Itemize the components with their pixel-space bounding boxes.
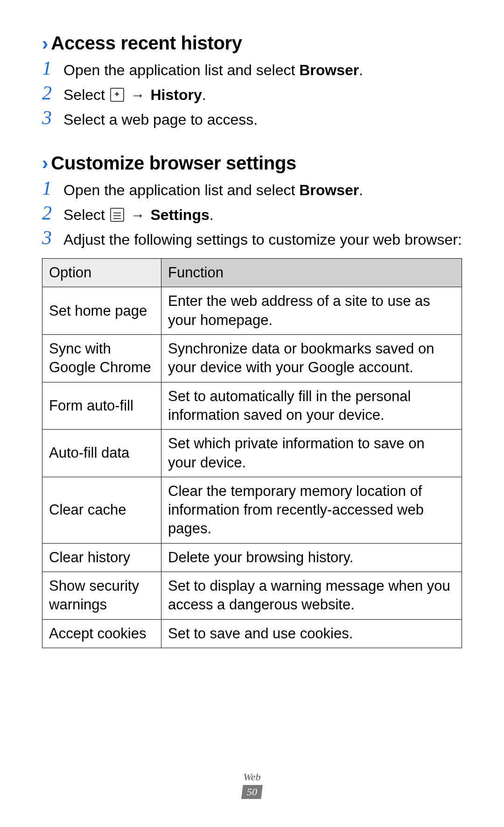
table-row: Set home pageEnter the web address of a … [42,287,462,335]
heading-text: Access recent history [51,33,242,54]
step-bold: Browser [299,62,359,78]
step-body: Adjust the following settings to customi… [63,227,462,250]
settings-table: Option Function Set home pageEnter the w… [42,258,462,648]
step-text: Select a web page to access. [63,111,258,128]
step-bold: History [151,86,202,103]
table-header-row: Option Function [42,259,462,287]
section-heading-history: › Access recent history [42,33,462,54]
step-bold: Settings [151,206,210,223]
cell-function: Set to display a warning message when yo… [161,572,462,619]
section-heading-customize: › Customize browser settings [42,153,462,174]
cell-function: Enter the web address of a site to use a… [161,287,462,335]
table-row: Sync with Google ChromeSynchronize data … [42,335,462,382]
table-row: Auto-fill dataSet which private informat… [42,430,462,477]
step-text: . [359,62,363,78]
step-text: Adjust the following settings to customi… [63,231,462,248]
chevron-icon: › [42,34,48,53]
cell-function: Set to save and use cookies. [161,619,462,648]
footer-section-label: Web [0,771,504,783]
step-body: Open the application list and select Bro… [63,177,363,200]
col-function: Function [161,259,462,287]
step-text: Select [63,86,109,103]
step-text: . [210,206,214,223]
step-row: 2 Select → Settings. [42,202,462,225]
arrow-icon: → [127,207,149,223]
manual-page: › Access recent history 1 Open the appli… [0,0,504,648]
page-number: 50 [241,785,263,799]
bookmark-icon [110,88,124,102]
cell-function: Clear the temporary memory location of i… [161,477,462,543]
step-text: Select [63,206,109,223]
step-number: 2 [42,202,63,224]
step-bold: Browser [299,182,359,198]
cell-function: Set to automatically fill in the persona… [161,382,462,430]
cell-option: Auto-fill data [42,430,161,477]
cell-function: Delete your browsing history. [161,543,462,572]
col-option: Option [42,259,161,287]
step-number: 1 [42,57,63,79]
step-text: Open the application list and select [63,62,299,78]
step-body: Select a web page to access. [63,107,258,130]
cell-function: Set which private information to save on… [161,430,462,477]
arrow-icon: → [127,87,149,103]
cell-option: Sync with Google Chrome [42,335,161,382]
step-row: 1 Open the application list and select B… [42,177,462,200]
step-number: 3 [42,227,63,248]
chevron-icon: › [42,154,48,172]
step-text: Open the application list and select [63,182,299,198]
cell-option: Set home page [42,287,161,335]
step-text: . [359,182,363,198]
table-row: Show security warningsSet to display a w… [42,572,462,619]
step-row: 2 Select → History. [42,82,462,105]
table-row: Accept cookiesSet to save and use cookie… [42,619,462,648]
step-body: Open the application list and select Bro… [63,57,363,80]
step-row: 3 Select a web page to access. [42,107,462,130]
step-number: 2 [42,82,63,104]
step-body: Select → Settings. [63,202,214,225]
heading-text: Customize browser settings [51,153,296,174]
cell-function: Synchronize data or bookmarks saved on y… [161,335,462,382]
step-row: 3 Adjust the following settings to custo… [42,227,462,250]
table-row: Form auto-fillSet to automatically fill … [42,382,462,430]
cell-option: Accept cookies [42,619,161,648]
table-row: Clear historyDelete your browsing histor… [42,543,462,572]
step-body: Select → History. [63,82,206,105]
step-row: 1 Open the application list and select B… [42,57,462,80]
step-text: . [202,86,206,103]
table-row: Clear cacheClear the temporary memory lo… [42,477,462,543]
page-footer: Web 50 [0,771,504,799]
cell-option: Form auto-fill [42,382,161,430]
step-number: 1 [42,177,63,199]
cell-option: Clear history [42,543,161,572]
step-number: 3 [42,107,63,128]
menu-icon [110,208,124,222]
cell-option: Show security warnings [42,572,161,619]
cell-option: Clear cache [42,477,161,543]
